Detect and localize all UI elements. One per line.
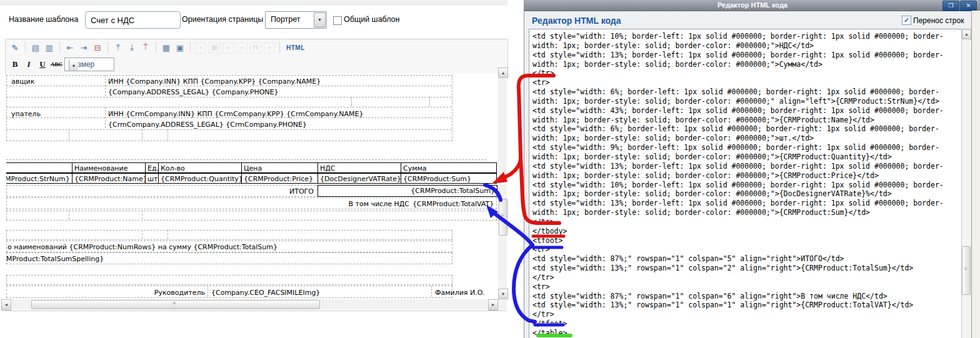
header-cell: Ед.	[145, 162, 159, 173]
signature-facsimile: {Company.CEO_FACSIMILEImg}	[211, 289, 320, 297]
header-cell: Наименование	[72, 162, 146, 173]
chevron-down-icon[interactable]: ▼	[69, 60, 78, 71]
table-insert-icon[interactable]: ▣	[174, 42, 186, 53]
code-vertical-scrollbar[interactable]: ▲ ≡	[961, 29, 972, 338]
row-divider	[6, 107, 451, 107]
header-cell: Цена	[241, 162, 319, 173]
font-size-select[interactable]: Размер ▼	[64, 57, 114, 71]
cell-merge-icon[interactable]: ▫	[195, 42, 206, 53]
cell-split-vertical-icon[interactable]: ▫	[236, 42, 248, 53]
scroll-up-icon[interactable]: ▲	[498, 67, 508, 78]
scroll-down-icon[interactable]: ▼	[498, 289, 508, 299]
toolbar-separator	[25, 42, 26, 53]
row-cell: {CRMProduct:Quantity}	[158, 173, 242, 184]
orientation-label: Ориентация страницы	[182, 15, 263, 24]
cell-divider	[168, 129, 168, 140]
row-cell: {CRMProduct:Price}	[241, 173, 319, 184]
close-button[interactable]: ✕	[960, 1, 977, 11]
toolbar-separator	[156, 42, 156, 53]
toolbar-separator	[279, 42, 280, 53]
header-cell: НДС	[318, 162, 402, 173]
delete-col-icon[interactable]: ⍑	[140, 42, 151, 53]
code-editor[interactable]: <td style="width: 10%; border-left: 1px …	[529, 29, 962, 338]
strikethrough-button[interactable]: ABC	[51, 61, 62, 67]
thumb-grip: ≡	[172, 302, 175, 305]
word-wrap-checkbox[interactable]: ✓	[902, 16, 911, 25]
code-line: width: 1px; border-style: solid; border-…	[532, 116, 962, 125]
vat-label: В том числе НДС	[6, 200, 409, 208]
code-line: </tfoot>	[532, 319, 962, 329]
thumb-grip: ≡	[964, 268, 968, 271]
italic-button[interactable]: I	[23, 59, 34, 69]
code-line: <td style="width: 9%; border-left: 1px s…	[532, 143, 962, 152]
row-cell: шт.	[145, 173, 159, 184]
code-line: width: 1px; border-style: solid; border-…	[532, 134, 962, 143]
code-line: <td style="width: 13%;" rowspan="1" cols…	[532, 301, 962, 310]
row-cell: {DocDesignerVATRate}%	[318, 173, 402, 184]
cell-divider	[142, 211, 142, 219]
signature-name: Фамилия И.О.	[435, 289, 485, 297]
total-label: ИТОГО	[6, 187, 314, 196]
delete-row-icon[interactable]: ⊟	[92, 42, 103, 53]
common-template-checkbox[interactable]	[333, 16, 342, 25]
edit-cell-icon[interactable]: ✎	[9, 42, 21, 53]
code-line: width: 1px; border-style: solid; border-…	[532, 171, 962, 181]
scroll-up-icon[interactable]: ▲	[962, 29, 971, 39]
row-properties-icon[interactable]: ▤	[30, 42, 41, 53]
cell-split-horizontal-icon[interactable]: ▫	[222, 42, 234, 53]
insert-col-right-icon[interactable]: ⤓	[126, 42, 138, 53]
template-name-input[interactable]	[85, 11, 181, 29]
total-value: {CRMProduct:TotalSum}	[411, 187, 495, 195]
horizontal-scroll-thumb[interactable]: ≡	[31, 300, 320, 309]
cell-divider	[208, 286, 208, 297]
chevron-down-icon[interactable]: ▼	[314, 12, 326, 27]
code-line: <td style="width: 13%; border-left: 1px …	[532, 199, 962, 208]
cell-top-icon[interactable]: ⊓	[250, 42, 261, 53]
row-cell: МProduct:StrNum}	[6, 173, 75, 184]
bold-button[interactable]: B	[9, 59, 21, 69]
cell-divider	[142, 230, 142, 239]
cell-divider	[351, 97, 352, 106]
header-cell: Сумма	[401, 162, 497, 173]
row-divider	[6, 159, 486, 160]
row-cell: {CRMProduct:Sum}	[401, 173, 497, 184]
close-icon: ✕	[966, 2, 971, 9]
code-line: <td style="width: 10%; border-left: 1px …	[532, 32, 962, 41]
code-line: <td style="width: 13%; border-left: 1px …	[532, 51, 962, 60]
insert-row-above-icon[interactable]: ⇤	[64, 42, 76, 53]
code-line: <tfoot>	[532, 236, 962, 246]
insert-col-left-icon[interactable]: ⤒	[112, 42, 124, 53]
scroll-left-icon[interactable]: ◄	[1, 299, 11, 311]
cell-properties-icon[interactable]: ▥	[44, 42, 55, 53]
cell-merge-right-icon[interactable]: ⊞	[209, 42, 220, 53]
common-template-label: Общий шаблон	[344, 15, 399, 24]
code-scroll-thumb[interactable]: ≡	[962, 246, 971, 295]
dialog-title: Редактор HTML кода	[524, 1, 980, 9]
signature-label: Руководитель	[6, 289, 205, 297]
scroll-right-icon[interactable]: ►	[488, 299, 498, 311]
orientation-value: Портрет	[271, 15, 301, 24]
maximize-icon: ❐	[948, 2, 953, 9]
table-properties-icon[interactable]: ▦	[161, 42, 172, 53]
maximize-button[interactable]: ❐	[942, 1, 959, 11]
code-line: <td style="width: 10%; border-left: 1px …	[532, 181, 962, 190]
vertical-scrollbar[interactable]	[498, 67, 507, 310]
dialog-titlebar[interactable]: Редактор HTML кода ❐ ✕	[524, 0, 980, 11]
underline-button[interactable]: U	[37, 59, 48, 69]
template-canvas[interactable]: авщик ИНН {Company.INN} КПП {Company.KPP…	[6, 74, 498, 299]
cell-divider	[69, 211, 69, 219]
template-designer-panel: Название шаблона Ориентация страницы Пор…	[0, 0, 524, 338]
insert-row-below-icon[interactable]: ⇥	[78, 42, 89, 53]
screenshot-root: Название шаблона Ориентация страницы Пор…	[0, 0, 980, 338]
toolbar-separator	[190, 42, 191, 53]
empty-row	[6, 275, 452, 285]
vertical-scroll-thumb[interactable]: ≡	[499, 199, 508, 236]
row-divider	[6, 97, 451, 97]
orientation-select[interactable]: Портрет ▼	[265, 11, 327, 29]
code-line: <td style="width: 13%; border-left: 1px …	[532, 162, 962, 171]
code-line: </tr>	[532, 69, 962, 78]
cell-bottom-icon[interactable]: ▫	[264, 42, 275, 53]
html-source-button[interactable]: HTML	[284, 43, 307, 52]
code-line: width: 1px; border-style: solid; border-…	[532, 97, 962, 106]
code-line: </tr>	[532, 273, 962, 282]
